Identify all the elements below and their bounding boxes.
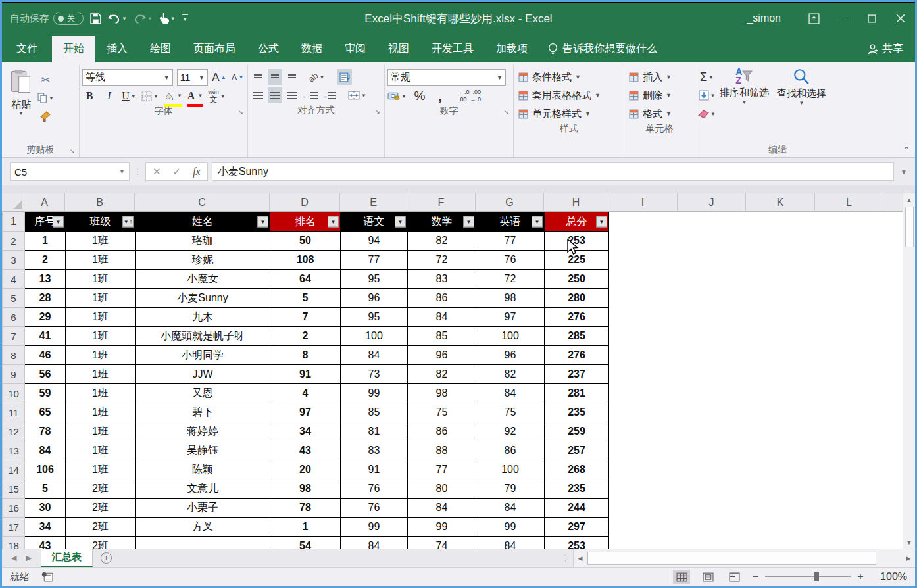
clipboard-dialog-launcher[interactable]: ↘ (70, 145, 75, 158)
cell-H3[interactable]: 225 (545, 251, 609, 270)
bold-button[interactable]: B (82, 88, 97, 104)
cell-F4[interactable]: 83 (408, 270, 476, 289)
cell-F15[interactable]: 80 (408, 479, 476, 499)
menu-格式[interactable]: 格式▼ (628, 106, 692, 122)
cell-D14[interactable]: 20 (270, 460, 341, 479)
column-header-F[interactable]: F (407, 193, 476, 212)
row-header-13[interactable]: 13 (3, 441, 25, 460)
cell-A8[interactable]: 46 (25, 346, 66, 365)
cell-D18[interactable]: 54 (270, 537, 341, 549)
cell-C13[interactable]: 吴静钰 (136, 441, 270, 460)
cell-G15[interactable]: 79 (476, 479, 545, 499)
cell-F10[interactable]: 98 (408, 384, 476, 403)
tabbar-splitter[interactable]: ⋮ (558, 549, 573, 567)
cell-A15[interactable]: 5 (25, 479, 66, 499)
cell-H16[interactable]: 244 (545, 499, 609, 518)
column-header-L[interactable]: L (815, 193, 883, 212)
increase-font-button[interactable]: A▲ (212, 70, 226, 86)
cell-E15[interactable]: 76 (341, 479, 408, 499)
fill-caret-icon[interactable]: ▼ (710, 93, 716, 99)
phonetic-guide-button[interactable]: wén 文 ▼ (208, 88, 225, 104)
macro-record-icon[interactable] (41, 572, 53, 582)
cell-C15[interactable]: 文意儿 (136, 479, 270, 499)
empty-cells-area[interactable] (609, 212, 915, 549)
cell-A16[interactable]: 30 (25, 499, 66, 518)
cell-F16[interactable]: 84 (408, 499, 476, 518)
cell-G14[interactable]: 100 (476, 460, 545, 479)
cell-G17[interactable]: 99 (476, 518, 545, 537)
cell-F11[interactable]: 75 (408, 403, 476, 422)
decrease-font-button[interactable]: A▼ (230, 70, 245, 86)
cell-B18[interactable]: 2班 (66, 537, 136, 549)
cell-F3[interactable]: 72 (408, 251, 476, 270)
cell-H8[interactable]: 276 (545, 346, 609, 365)
cell-H5[interactable]: 280 (545, 289, 609, 308)
cell-B5[interactable]: 1班 (66, 289, 136, 308)
tab-绘图[interactable]: 绘图 (139, 36, 182, 62)
page-layout-view-button[interactable] (699, 570, 716, 584)
cell-B13[interactable]: 1班 (66, 441, 136, 460)
row-header-1[interactable]: 1 (3, 212, 25, 232)
cell-C18[interactable] (136, 537, 270, 549)
cell-A4[interactable]: 13 (25, 270, 66, 289)
cell-B14[interactable]: 1班 (66, 460, 136, 479)
font-color-button[interactable]: A ▼ (187, 88, 203, 104)
minimize-button[interactable]: — (828, 3, 857, 34)
cell-A11[interactable]: 65 (25, 403, 66, 422)
signed-in-user[interactable]: _simon (747, 12, 781, 24)
sort-filter-button[interactable]: AZ 排序和筛选 ▼ (716, 66, 773, 143)
cell-A2[interactable]: 1 (25, 232, 66, 251)
cell-E9[interactable]: 73 (341, 365, 408, 384)
cell-E5[interactable]: 96 (341, 289, 408, 308)
cell-A13[interactable]: 84 (25, 441, 66, 460)
column-header-H[interactable]: H (544, 193, 608, 212)
table-header-班级[interactable]: 班级▼↑ (66, 212, 136, 232)
cell-G11[interactable]: 75 (476, 403, 545, 422)
collapse-ribbon-button[interactable]: ⌃ (903, 145, 910, 155)
bottom-align-button[interactable] (285, 69, 299, 85)
scroll-right-arrow[interactable]: ▶ (902, 555, 915, 562)
zoom-in-button[interactable]: + (857, 570, 864, 583)
underline-button[interactable]: U▼ (122, 88, 136, 104)
cell-G18[interactable]: 84 (476, 537, 545, 549)
cell-H7[interactable]: 285 (545, 327, 609, 346)
filter-dropdown-总分[interactable]: ▼ (596, 216, 607, 228)
cell-B10[interactable]: 1班 (66, 384, 136, 403)
tab-页面布局[interactable]: 页面布局 (182, 36, 247, 62)
font-name-combo[interactable]: 等线▼ (82, 69, 173, 86)
row-header-10[interactable]: 10 (3, 384, 25, 403)
next-sheet-button[interactable]: ▶ (26, 554, 31, 562)
zoom-slider[interactable] (765, 576, 851, 577)
cell-B16[interactable]: 2班 (66, 499, 136, 518)
undo-button[interactable]: ▼ (108, 13, 127, 24)
cell-G10[interactable]: 84 (476, 384, 545, 403)
formula-input[interactable]: 小麦Sunny (212, 162, 894, 181)
touch-mode-button[interactable]: ▼ (159, 12, 176, 24)
cell-H14[interactable]: 268 (545, 460, 609, 479)
cell-C6[interactable]: 九木 (136, 308, 270, 327)
cell-D9[interactable]: 91 (270, 365, 341, 384)
row-header-11[interactable]: 11 (3, 403, 25, 422)
cell-D7[interactable]: 2 (270, 327, 341, 346)
row-header-8[interactable]: 8 (3, 346, 25, 365)
tab-加载项[interactable]: 加载项 (485, 36, 539, 62)
cell-H10[interactable]: 281 (545, 384, 609, 403)
name-box[interactable]: C5▼ (10, 162, 130, 181)
horizontal-scrollbar[interactable]: ◀ ▶ (573, 549, 915, 567)
cell-H13[interactable]: 257 (545, 441, 609, 460)
cell-G2[interactable]: 77 (476, 232, 545, 251)
cell-E7[interactable]: 100 (341, 327, 408, 346)
menu-条件格式[interactable]: 条件格式▼ (518, 69, 621, 85)
menu-删除[interactable]: 删除▼ (628, 87, 692, 103)
row-header-14[interactable]: 14 (3, 460, 25, 479)
row-header-9[interactable]: 9 (3, 365, 25, 384)
save-button[interactable] (90, 13, 101, 24)
italic-button[interactable]: I (102, 88, 116, 104)
cell-D6[interactable]: 7 (270, 308, 341, 327)
autosave-toggle[interactable]: 自动保存 关 (10, 12, 84, 25)
table-header-序号[interactable]: 序号▼ (25, 212, 66, 232)
cell-A9[interactable]: 56 (25, 365, 66, 384)
cell-E12[interactable]: 81 (341, 422, 408, 441)
column-header-C[interactable]: C (135, 193, 270, 212)
cell-E2[interactable]: 94 (341, 232, 408, 251)
